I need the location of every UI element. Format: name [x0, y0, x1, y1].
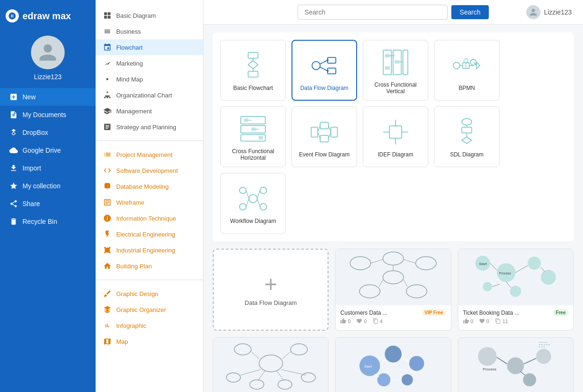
- middle-item-software-development[interactable]: Software Development: [96, 163, 203, 178]
- svg-rect-35: [252, 127, 256, 131]
- workflow-icon: [237, 182, 269, 215]
- customers-data-title-row: Customers Data ... VIP Free: [340, 309, 446, 316]
- sidebar-item-recycle-bin[interactable]: Recycle Bin: [0, 213, 96, 230]
- middle-item-map[interactable]: Map: [96, 333, 203, 349]
- svg-point-98: [250, 380, 264, 389]
- svg-point-74: [359, 285, 380, 298]
- svg-point-84: [541, 270, 556, 285]
- middle-item-mind-map[interactable]: Mind Map: [96, 71, 203, 87]
- middle-item-org-chart[interactable]: Organizational Chart: [96, 87, 203, 103]
- customers-data-info: Customers Data ... VIP Free 0 0: [336, 305, 450, 327]
- sidebar-item-share-label: Share: [22, 200, 40, 207]
- svg-line-122: [524, 358, 536, 364]
- svg-point-0: [106, 78, 109, 81]
- middle-item-mind-map-label: Mind Map: [116, 76, 143, 83]
- search-input[interactable]: [298, 5, 448, 20]
- basic-flowchart-icon: [237, 49, 269, 82]
- middle-item-industrial-engineering[interactable]: Industrial Engineering: [96, 242, 203, 258]
- sidebar-item-my-documents[interactable]: My Documents: [0, 106, 96, 124]
- svg-line-89: [541, 267, 545, 272]
- new-diagram-card[interactable]: + Data Flow Diagram: [213, 249, 329, 331]
- middle-item-marketing[interactable]: Marketing: [96, 55, 203, 71]
- diagram-type-data-flow[interactable]: Data Flow Diagram: [292, 40, 357, 101]
- middle-item-graphic-organizer[interactable]: Graphic Organizer: [96, 302, 203, 318]
- svg-line-121: [497, 357, 507, 364]
- svg-rect-19: [385, 67, 390, 70]
- svg-point-56: [462, 118, 472, 125]
- middle-item-business[interactable]: Business: [96, 23, 203, 39]
- middle-item-infographic[interactable]: Infographic: [96, 318, 203, 333]
- middle-top-section: Basic Diagram Business Flowchart Marketi…: [96, 6, 203, 137]
- sidebar-item-my-collection[interactable]: My collection: [0, 177, 96, 195]
- middle-item-graphic-design[interactable]: Graphic Design: [96, 286, 203, 302]
- svg-rect-36: [259, 136, 263, 140]
- middle-item-information-technique[interactable]: Information Technique: [96, 210, 203, 226]
- search-button[interactable]: Search: [451, 5, 489, 19]
- ticket-booking-badge: Free: [553, 309, 568, 316]
- middle-item-flowchart[interactable]: Flowchart: [96, 39, 203, 55]
- svg-line-10: [320, 60, 328, 64]
- template-card-customers-data[interactable]: Customers Data ... VIP Free 0 0: [335, 249, 451, 331]
- middle-item-wireframe[interactable]: Wireframe: [96, 194, 203, 210]
- middle-item-management[interactable]: Management: [96, 103, 203, 119]
- bpmn-icon: [450, 49, 483, 82]
- middle-item-basic-diagram[interactable]: Basic Diagram: [96, 7, 203, 23]
- svg-line-102: [283, 352, 291, 359]
- customers-data-preview: [336, 249, 450, 305]
- workflow-label: Workflow Diagram: [230, 218, 276, 224]
- diagram-type-cross-functional-horizontal[interactable]: Cross Functional Horizontal: [220, 106, 286, 167]
- template-card-message-data[interactable]: Start Message Data Fl... VIP Free 0: [335, 337, 451, 392]
- middle-item-strategy[interactable]: Strategy and Planning: [96, 119, 203, 135]
- svg-line-80: [404, 280, 407, 287]
- middle-item-electrical-engineering[interactable]: Electrical Engineering: [96, 226, 203, 242]
- svg-line-11: [320, 67, 328, 71]
- diagram-type-event-flow[interactable]: Event Flow Diagram: [292, 106, 357, 167]
- diagram-type-workflow[interactable]: Workflow Diagram: [220, 173, 286, 234]
- middle-item-building-plan[interactable]: Building Plan: [96, 258, 203, 274]
- middle-separator-2: [96, 280, 203, 280]
- svg-text:Process: Process: [483, 367, 496, 371]
- svg-line-77: [404, 259, 416, 263]
- svg-point-65: [249, 194, 257, 203]
- basic-flowchart-label: Basic Flowchart: [233, 85, 273, 91]
- diagram-types-grid: Basic Flowchart Data Flow Diagram: [213, 32, 574, 241]
- template-card-withdrawal[interactable]: Process Withdrawal Proc... VIP Free: [458, 337, 574, 392]
- svg-rect-2: [248, 52, 258, 58]
- svg-point-110: [377, 373, 390, 386]
- diagram-type-bpmn[interactable]: BPMN: [434, 40, 500, 101]
- diagram-type-basic-flowchart[interactable]: Basic Flowchart: [220, 40, 286, 101]
- sidebar-item-google-drive[interactable]: Google Drive: [0, 141, 96, 159]
- svg-rect-4: [248, 71, 258, 77]
- middle-item-wireframe-label: Wireframe: [116, 199, 144, 206]
- middle-item-project-management[interactable]: Project Management: [96, 147, 203, 163]
- svg-point-95: [234, 344, 251, 355]
- svg-text:Start: Start: [479, 262, 487, 266]
- svg-rect-57: [462, 127, 472, 133]
- user-avatar: [526, 5, 540, 19]
- svg-point-61: [239, 187, 246, 194]
- cross-functional-horizontal-icon: [237, 112, 269, 145]
- diagram-type-sdl[interactable]: SDL Diagram: [434, 106, 500, 167]
- sidebar-item-dropbox[interactable]: DropBox: [0, 124, 96, 141]
- template-card-ticket-booking[interactable]: Start Process Ticket Booking Data ... Fr…: [458, 249, 574, 331]
- cross-functional-vertical-label: Cross Functional Vertical: [367, 81, 424, 95]
- sidebar-item-new[interactable]: New: [0, 88, 96, 106]
- middle-item-infographic-label: Infographic: [116, 322, 146, 329]
- sidebar-item-dropbox-label: DropBox: [22, 129, 48, 136]
- middle-item-database-modeling[interactable]: Database Modeling: [96, 178, 203, 194]
- ticket-booking-preview: Start Process: [458, 249, 573, 305]
- svg-point-96: [291, 344, 307, 355]
- diagram-type-idef[interactable]: IDEF Diagram: [363, 106, 428, 167]
- diagram-type-cross-functional-vertical[interactable]: Cross Functional Vertical: [363, 40, 428, 101]
- svg-point-64: [260, 204, 267, 210]
- svg-line-69: [257, 199, 260, 207]
- sidebar-item-share[interactable]: Share: [0, 195, 96, 213]
- cross-functional-horizontal-label: Cross Functional Horizontal: [224, 148, 282, 161]
- svg-point-62: [260, 187, 267, 194]
- bpmn-label: BPMN: [459, 85, 475, 91]
- template-card-library-management[interactable]: Library Management... Free 0 0: [213, 337, 329, 392]
- sidebar-navigation: New My Documents DropBox Google Drive Im…: [0, 88, 96, 230]
- sidebar-item-import[interactable]: Import: [0, 159, 96, 177]
- sdl-label: SDL Diagram: [450, 151, 484, 158]
- search-area: Search: [298, 5, 489, 20]
